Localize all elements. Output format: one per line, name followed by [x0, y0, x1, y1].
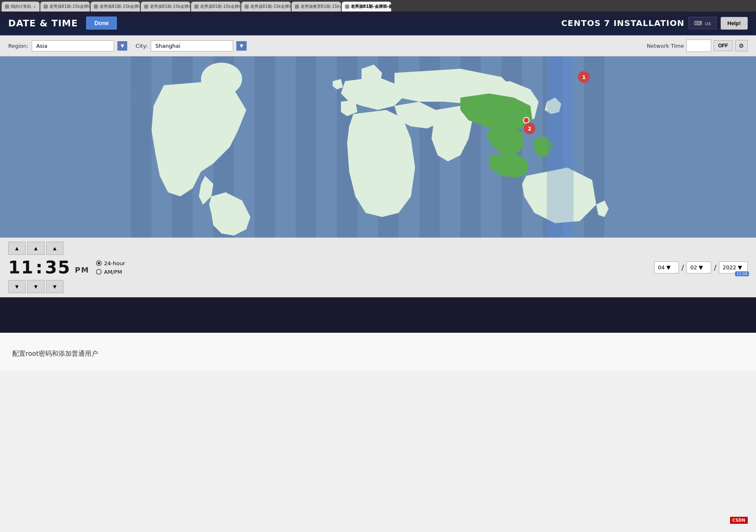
tab-label-7: 老男孩81期-金牌班-极...: [351, 4, 391, 9]
browser-tab-4[interactable]: 老男孩81期-15k金牌班-模板机×: [191, 2, 240, 12]
region-arrow[interactable]: ▼: [117, 41, 127, 51]
down-buttons: ▼ ▼ ▼: [8, 280, 89, 293]
svg-text:2: 2: [527, 126, 531, 132]
region-group: Region: Asia ▼: [8, 40, 127, 51]
tab-icon-6: [295, 5, 299, 9]
tab-bar: 我的计算机×老男孩81期-15k金牌班×老男孩81期-15k金牌班-下...×老…: [2, 2, 754, 12]
browser-tab-3[interactable]: 老男孩81期-15k金牌班-上...×: [141, 2, 190, 12]
time-format-group: 24-hour AM/PM: [96, 260, 125, 275]
city-value: Shanghai: [155, 43, 180, 49]
time-controls: ▲ ▲ ▲ 11 : 35 PM ▼ ▼ ▼ 24-hour: [0, 238, 756, 297]
keyboard-icon: ⌨: [694, 20, 702, 26]
bottom-text: 配置root密码和添加普通用户: [12, 350, 744, 358]
controls-bar: Region: Asia ▼ City: Shanghai ▼ Network …: [0, 35, 756, 56]
month-value: 04: [658, 264, 665, 271]
year-value: 2022: [723, 264, 736, 271]
help-button[interactable]: Help!: [721, 17, 748, 30]
time-minutes: 35: [45, 257, 70, 278]
seconds-down-button[interactable]: ▼: [46, 280, 63, 293]
city-group: City: Shanghai ▼: [135, 40, 246, 51]
tab-close-0[interactable]: ×: [33, 5, 36, 9]
centos-title: CENTOS 7 INSTALLATION: [561, 18, 684, 28]
tab-label-0: 我的计算机: [11, 4, 31, 9]
svg-point-16: [523, 117, 529, 123]
tab-label-3: 老男孩81期-15k金牌班-上...: [150, 4, 190, 9]
tab-icon-4: [194, 5, 198, 9]
city-label: City:: [135, 43, 147, 49]
format-ampm-radio[interactable]: [96, 269, 102, 275]
world-map[interactable]: 1 2 02: [0, 56, 756, 238]
svg-text:1: 1: [582, 74, 586, 80]
header-right: CENTOS 7 INSTALLATION ⌨ us Help!: [561, 17, 748, 30]
day-dropdown[interactable]: 02 ▼: [686, 261, 711, 273]
bottom-text-area: 配置root密码和添加普通用户: [0, 333, 756, 371]
svg-rect-1: [131, 56, 152, 238]
browser-tab-0[interactable]: 我的计算机×: [2, 2, 40, 12]
format-24-radio[interactable]: [96, 260, 102, 266]
time-display: 11 : 35 PM: [8, 257, 89, 278]
installer-header: DATE & TIME Done CENTOS 7 INSTALLATION ⌨…: [0, 12, 756, 35]
tab-icon-1: [44, 5, 48, 9]
network-time-group: Network Time OFF ⚙: [647, 40, 748, 52]
minutes-up-button[interactable]: ▲: [27, 242, 44, 255]
done-button[interactable]: Done: [86, 16, 117, 30]
tab-label-2: 老男孩81期-15k金牌班-下...: [100, 4, 140, 9]
region-value: Asia: [36, 43, 47, 49]
day-value: 02: [690, 264, 697, 271]
installer-wrapper: DATE & TIME Done CENTOS 7 INSTALLATION ⌨…: [0, 12, 756, 333]
month-dropdown[interactable]: 04 ▼: [654, 261, 679, 273]
format-24-label: 24-hour: [104, 260, 125, 266]
time-ampm: PM: [75, 266, 89, 274]
region-dropdown[interactable]: Asia: [32, 40, 114, 51]
hours-down-button[interactable]: ▼: [8, 280, 26, 293]
time-hours: 11: [8, 257, 34, 278]
tab-icon-5: [245, 5, 249, 9]
off-button[interactable]: OFF: [714, 40, 733, 51]
tab-label-6: 老男孩教育81期-15k金牌班...: [301, 4, 341, 9]
city-arrow[interactable]: ▼: [236, 41, 246, 51]
tab-icon-0: [5, 5, 9, 9]
svg-rect-4: [254, 56, 275, 238]
map-container[interactable]: 1 2 02: [0, 56, 756, 238]
year-dropdown[interactable]: 2022 ▼ 11:04: [719, 261, 748, 273]
browser-tab-7[interactable]: 老男孩81期-金牌班-极...×: [342, 2, 391, 12]
date-sep-2: /: [714, 263, 716, 272]
time-badge: 11:04: [735, 271, 749, 276]
year-arrow: ▼: [738, 264, 742, 271]
tab-label-4: 老男孩81期-15k金牌班-模板机: [200, 4, 240, 9]
format-ampm-label: AM/PM: [104, 269, 122, 275]
day-arrow: ▼: [699, 264, 703, 271]
tab-icon-3: [144, 5, 148, 9]
date-controls: 04 ▼ / 02 ▼ / 2022 ▼ 11:04: [654, 261, 748, 273]
browser-chrome: 我的计算机×老男孩81期-15k金牌班×老男孩81期-15k金牌班-下...×老…: [0, 0, 756, 12]
keyboard-indicator[interactable]: ⌨ us: [688, 17, 716, 29]
format-ampm-option[interactable]: AM/PM: [96, 269, 125, 275]
svg-rect-5: [296, 56, 316, 238]
city-dropdown[interactable]: Shanghai: [151, 40, 233, 51]
header-left: DATE & TIME Done: [8, 16, 117, 30]
date-sep-1: /: [681, 263, 684, 272]
page-title: DATE & TIME: [8, 18, 78, 28]
tab-icon-7: [345, 5, 349, 9]
network-time-label: Network Time: [647, 43, 684, 49]
format-24-option[interactable]: 24-hour: [96, 260, 125, 266]
tab-label-5: 老男孩81期-15k金牌班-自...: [250, 4, 291, 9]
svg-rect-15: [547, 56, 574, 238]
browser-tab-5[interactable]: 老男孩81期-15k金牌班-自...×: [241, 2, 291, 12]
tab-label-1: 老男孩81期-15k金牌班: [49, 4, 90, 9]
browser-tab-2[interactable]: 老男孩81期-15k金牌班-下...×: [91, 2, 140, 12]
tab-icon-2: [94, 5, 98, 9]
keyboard-lang: us: [705, 20, 711, 26]
region-label: Region:: [8, 43, 28, 49]
up-buttons: ▲ ▲ ▲: [8, 242, 89, 255]
minutes-down-button[interactable]: ▼: [27, 280, 44, 293]
time-spinner-group: ▲ ▲ ▲ 11 : 35 PM ▼ ▼ ▼: [8, 242, 89, 293]
month-arrow: ▼: [666, 264, 670, 271]
network-time-box: [686, 40, 711, 52]
browser-tab-6[interactable]: 老男孩教育81期-15k金牌班...×: [292, 2, 341, 12]
browser-tab-1[interactable]: 老男孩81期-15k金牌班×: [40, 2, 90, 12]
time-colon: :: [35, 257, 43, 278]
gear-button[interactable]: ⚙: [735, 40, 748, 51]
seconds-up-button[interactable]: ▲: [46, 242, 63, 255]
hours-up-button[interactable]: ▲: [8, 242, 26, 255]
